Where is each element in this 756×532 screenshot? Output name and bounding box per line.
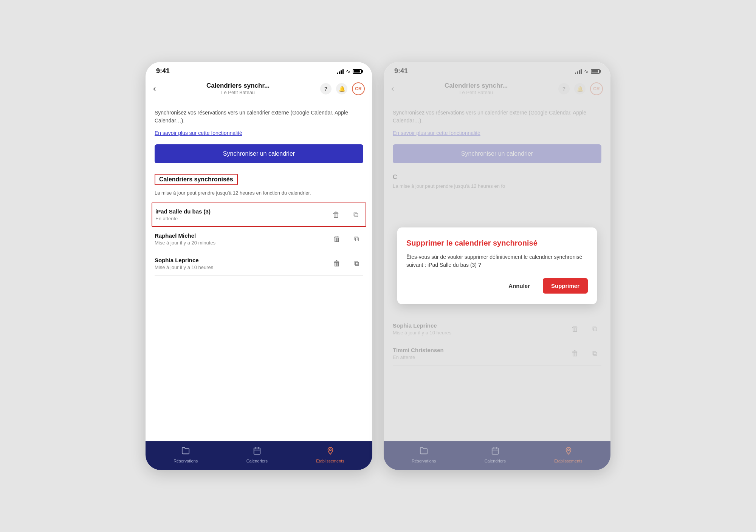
nav-subtitle-1: Le Petit Bateau (160, 90, 316, 96)
battery-fill-1 (354, 70, 360, 73)
bell-button-1[interactable]: 🔔 (336, 83, 347, 94)
svg-rect-0 (254, 448, 260, 455)
modal-delete-button[interactable]: Supprimer (543, 278, 588, 294)
tab-etablissements-icon-1 (326, 447, 335, 457)
tab-reservations-1[interactable]: Réservations (174, 447, 198, 463)
delete-button-2[interactable]: 🗑 (330, 257, 344, 270)
sync-button-1[interactable]: Synchroniser un calendrier (155, 144, 363, 163)
cal-item-0: iPad Salle du bas (3) En attente 🗑 ⧉ (152, 203, 366, 227)
copy-button-1[interactable]: ⧉ (350, 232, 363, 246)
nav-actions-1: ? 🔔 CR (320, 82, 365, 95)
signal-bar-4 (342, 69, 344, 74)
cal-name-1: Raphael Michel (155, 232, 330, 239)
bell-icon-1: 🔔 (339, 86, 345, 92)
signal-bar-1 (337, 73, 338, 74)
screens-container: 9:41 ∿ ‹ Calendriers synchr... Le Petit … (146, 62, 610, 470)
cal-name-0: iPad Salle du bas (3) (155, 208, 329, 215)
avatar-1[interactable]: CR (352, 82, 365, 95)
nav-title-block-1: Calendriers synchr... Le Petit Bateau (160, 82, 316, 96)
tab-calendriers-label-1: Calendriers (246, 459, 268, 463)
cal-name-2: Sophia Leprince (155, 257, 330, 263)
copy-icon-0: ⧉ (353, 211, 358, 219)
tab-bar-1: Réservations Calendriers Établissements (146, 441, 372, 470)
cal-actions-0: 🗑 ⧉ (329, 208, 363, 221)
description-1: Synchronisez vos réservations vers un ca… (155, 109, 363, 125)
tab-calendriers-icon-1 (253, 447, 261, 457)
cal-item-1: Raphael Michel Mise à jour il y a 20 min… (155, 227, 363, 251)
cal-actions-2: 🗑 ⧉ (330, 257, 363, 270)
modal-actions: Annuler Supprimer (406, 278, 588, 294)
help-button-1[interactable]: ? (320, 83, 332, 94)
modal-title: Supprimer le calendrier synchronisé (406, 238, 588, 248)
status-icons-1: ∿ (337, 68, 362, 74)
modal-body: Êtes-vous sûr de vouloir supprimer défin… (406, 253, 588, 269)
svg-point-4 (329, 449, 331, 451)
modal-cancel-button[interactable]: Annuler (500, 278, 538, 294)
cal-info-2: Sophia Leprince Mise à jour il y a 10 he… (155, 257, 330, 270)
cal-status-1: Mise à jour il y a 20 minutes (155, 240, 330, 246)
nav-title-1: Calendriers synchr... (160, 82, 316, 90)
trash-icon-2: 🗑 (333, 259, 341, 268)
cal-info-0: iPad Salle du bas (3) En attente (155, 208, 329, 221)
help-icon-1: ? (324, 86, 328, 92)
section-title-wrapper-1: Calendriers synchronisés (155, 174, 363, 187)
tab-etablissements-1[interactable]: Établissements (316, 447, 344, 463)
cal-status-0: En attente (155, 216, 329, 221)
phone-1: 9:41 ∿ ‹ Calendriers synchr... Le Petit … (146, 62, 372, 470)
copy-button-0[interactable]: ⧉ (349, 208, 363, 221)
status-bar-1: 9:41 ∿ (146, 62, 372, 78)
delete-button-1[interactable]: 🗑 (330, 232, 344, 246)
back-button-1[interactable]: ‹ (153, 84, 156, 94)
section-desc-1: La mise à jour peut prendre jusqu'à 12 h… (155, 190, 363, 196)
content-1: Synchronisez vos réservations vers un ca… (146, 101, 372, 441)
learn-more-link-1[interactable]: En savoir plus sur cette fonctionnalité (155, 130, 363, 136)
cal-status-2: Mise à jour il y a 10 heures (155, 264, 330, 270)
tab-reservations-label-1: Réservations (174, 459, 198, 463)
tab-reservations-icon-1 (181, 447, 190, 457)
signal-bars-1 (337, 69, 344, 74)
delete-button-0[interactable]: 🗑 (329, 208, 343, 221)
tab-calendriers-1[interactable]: Calendriers (246, 447, 268, 463)
copy-button-2[interactable]: ⧉ (350, 257, 363, 270)
status-time-1: 9:41 (156, 67, 170, 75)
tab-etablissements-label-1: Établissements (316, 459, 344, 463)
copy-icon-1: ⧉ (354, 235, 359, 243)
phone-2: 9:41 ∿ ‹ Calendriers synchr... Le Petit … (384, 62, 610, 470)
copy-icon-2: ⧉ (354, 260, 359, 268)
nav-header-1: ‹ Calendriers synchr... Le Petit Bateau … (146, 78, 372, 101)
modal-overlay: Supprimer le calendrier synchronisé Êtes… (384, 62, 610, 470)
delete-modal: Supprimer le calendrier synchronisé Êtes… (397, 227, 597, 304)
cal-info-1: Raphael Michel Mise à jour il y a 20 min… (155, 232, 330, 246)
signal-bar-3 (341, 70, 342, 74)
cal-item-2: Sophia Leprince Mise à jour il y a 10 he… (155, 251, 363, 276)
battery-icon-1 (353, 69, 362, 74)
signal-bar-2 (339, 71, 340, 74)
cal-actions-1: 🗑 ⧉ (330, 232, 363, 246)
wifi-icon-1: ∿ (346, 68, 350, 74)
trash-icon-1: 🗑 (333, 235, 341, 243)
trash-icon-0: 🗑 (332, 210, 340, 219)
section-title-1: Calendriers synchronisés (155, 174, 238, 185)
